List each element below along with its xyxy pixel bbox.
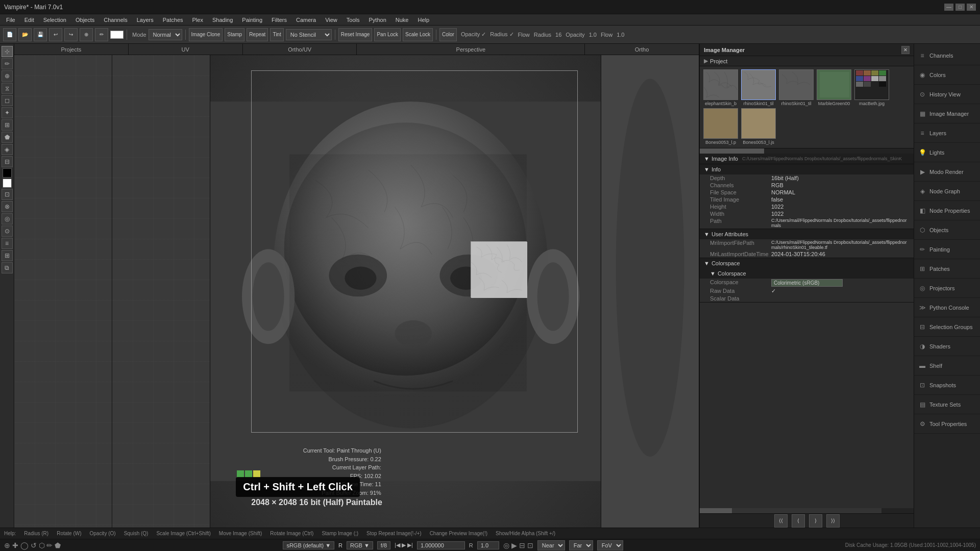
sidebar-item-layers[interactable]: ≡Layers [914, 123, 980, 143]
near-select[interactable]: Near [537, 540, 565, 550]
loop-select[interactable]: ⊗ [2, 201, 13, 212]
fov-select[interactable]: FoV [597, 540, 623, 550]
save-button[interactable]: 💾 [34, 28, 47, 41]
flatten-t[interactable]: ⊟ [2, 156, 13, 167]
redo-button[interactable]: ↪ [64, 28, 78, 41]
stencil-select[interactable]: No Stencil [286, 29, 332, 40]
info-sub-header[interactable]: ▼ Info [700, 164, 914, 174]
thumbnail-rhinoskin1[interactable]: rhinoSkin01_til [741, 69, 776, 106]
thumbnail-bones2[interactable]: Bones0053_l.js [741, 108, 776, 145]
layer-blend[interactable]: ≡ [2, 238, 13, 249]
panel-nav-next[interactable]: ⟩⟩ [826, 514, 840, 528]
transform-button[interactable]: ⊕ [80, 28, 93, 41]
time-field[interactable]: 1.000000 [417, 541, 465, 549]
thumbnail-elephantskin[interactable]: elephantSkin_b [703, 69, 739, 106]
menu-item-selection[interactable]: Selection [39, 16, 70, 24]
image-clone-button[interactable]: Image Clone [189, 28, 223, 41]
camera-tool[interactable]: ⊙ [2, 226, 13, 237]
ortho-viewport[interactable] [601, 55, 699, 528]
grid-tool[interactable]: ⧉ [2, 262, 13, 273]
colorspace-header[interactable]: ▼ Colorspace [700, 258, 914, 268]
main-3d-viewport[interactable]: Ctrl + Shift + Left Click 2048 × 2048 16… [210, 55, 601, 528]
sidebar-item-lights[interactable]: 💡Lights [914, 143, 980, 162]
sidebar-item-patches[interactable]: ⊞Patches [914, 259, 980, 279]
sidebar-item-tool-properties[interactable]: ⚙Tool Properties [914, 414, 980, 434]
sidebar-item-projectors[interactable]: ◎Projectors [914, 279, 980, 298]
tint-button[interactable]: Tint [270, 28, 283, 41]
select-tool[interactable]: ⊹ [2, 46, 13, 57]
sidebar-item-image-manager[interactable]: ▦Image Manager [914, 104, 980, 123]
panel-nav-right[interactable]: ⟩ [809, 514, 822, 528]
transform-t[interactable]: ⊞ [2, 119, 13, 131]
sidebar-item-painting[interactable]: ✏Painting [914, 240, 980, 259]
menu-item-plex[interactable]: Plex [188, 16, 207, 24]
brush-button[interactable]: ✏ [95, 28, 108, 41]
sidebar-item-texture-sets[interactable]: ▤Texture Sets [914, 395, 980, 414]
menu-item-patches[interactable]: Patches [159, 16, 187, 24]
menu-item-layers[interactable]: Layers [133, 16, 158, 24]
menu-item-help[interactable]: Help [413, 16, 433, 24]
pan-lock-button[interactable]: Pan Lock [374, 28, 401, 41]
undo-button[interactable]: ↩ [49, 28, 62, 41]
display-select[interactable]: RGB ▼ [347, 541, 373, 549]
menu-item-tools[interactable]: Tools [342, 16, 364, 24]
mode-select[interactable]: Normal [149, 29, 182, 40]
minimize-button[interactable]: — [944, 4, 953, 11]
patch-select[interactable]: ⊡ [2, 189, 13, 200]
scale-lock-button[interactable]: Scale Lock [403, 28, 433, 41]
repeat-button[interactable]: Repeat [247, 28, 268, 41]
close-button[interactable]: ✕ [967, 4, 976, 11]
clone-tool[interactable]: ⊕ [2, 70, 13, 82]
sidebar-item-channels[interactable]: ≡Channels [914, 46, 980, 65]
sidebar-item-selection-groups[interactable]: ⊟Selection Groups [914, 317, 980, 337]
thumbnail-rhinoskin2[interactable]: rhinoSkin01_til [778, 69, 814, 106]
sidebar-item-shaders[interactable]: ◑Shaders [914, 337, 980, 356]
menu-item-camera[interactable]: Camera [292, 16, 320, 24]
color-space-select[interactable]: sRGB (default) ▼ [283, 541, 334, 549]
open-button[interactable]: 📂 [18, 28, 32, 41]
sidebar-item-history-view[interactable]: ⊙History View [914, 85, 980, 104]
far-select[interactable]: Far [569, 540, 593, 550]
sidebar-item-node-graph[interactable]: ◈Node Graph [914, 182, 980, 201]
menu-item-file[interactable]: File [2, 16, 19, 24]
color-option-button[interactable]: Color [439, 28, 457, 41]
uv-viewport[interactable] [14, 55, 112, 528]
sidebar-item-node-properties[interactable]: ◧Node Properties [914, 201, 980, 220]
colorspace-input[interactable] [771, 279, 843, 287]
sidebar-item-colors[interactable]: ◉Colors [914, 65, 980, 85]
thumbnail-scrollbar[interactable] [700, 148, 914, 154]
sidebar-item-modo-render[interactable]: ▶Modo Render [914, 162, 980, 182]
menu-item-channels[interactable]: Channels [100, 16, 131, 24]
color-button[interactable] [110, 31, 124, 39]
menu-item-view[interactable]: View [321, 16, 341, 24]
image-info-header[interactable]: ▼ Image Info C:/Users/mail/FlippedNormal… [700, 154, 914, 164]
maximize-button[interactable]: □ [955, 4, 965, 11]
sidebar-item-shelf[interactable]: ▬Shelf [914, 356, 980, 375]
menu-item-edit[interactable]: Edit [20, 16, 38, 24]
panel-nav-left[interactable]: ⟨ [792, 514, 805, 528]
reset-image-button[interactable]: Reset Image [338, 28, 373, 41]
proj-tool[interactable]: ◎ [2, 213, 13, 224]
colorspace-sub-header[interactable]: ▼ Colorspace [700, 268, 914, 279]
brush-t[interactable]: ⬟ [2, 132, 13, 143]
thumbnail-marblegreen[interactable]: MarbleGreen00 [816, 69, 852, 106]
user-attributes-header[interactable]: ▼ User Attributes [700, 229, 914, 239]
new-button[interactable]: 📄 [3, 28, 16, 41]
thumbnail-macbeth[interactable]: macBeth.jpg [854, 69, 890, 106]
panel-collapse-btn[interactable]: ✕ [901, 46, 910, 54]
color-pick-tool[interactable]: ✦ [2, 107, 13, 118]
sidebar-item-python-console[interactable]: ≫Python Console [914, 298, 980, 317]
menu-item-nuke[interactable]: Nuke [391, 16, 413, 24]
smear-t[interactable]: ◈ [2, 144, 13, 155]
panel-nav-prev[interactable]: ⟨⟨ [774, 514, 788, 528]
menu-item-objects[interactable]: Objects [71, 16, 99, 24]
menu-item-painting[interactable]: Painting [238, 16, 266, 24]
white-box[interactable] [3, 179, 12, 188]
erase-tool[interactable]: ◻ [2, 95, 13, 106]
panel-scrollbar[interactable] [700, 508, 914, 513]
fill-tool[interactable]: ⧖ [2, 83, 13, 94]
frame-select[interactable]: f/8 [377, 541, 390, 549]
sidebar-item-snapshots[interactable]: ⊡Snapshots [914, 375, 980, 395]
paint-tool[interactable]: ✏ [2, 58, 13, 69]
black-box[interactable] [3, 168, 12, 178]
